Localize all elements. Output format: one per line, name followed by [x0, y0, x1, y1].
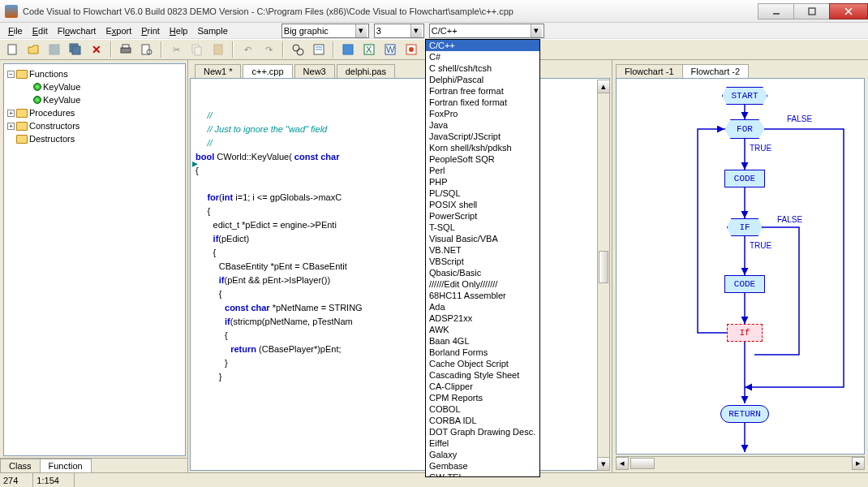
- fc-return-node[interactable]: RETURN: [720, 405, 769, 423]
- language-option[interactable]: POSIX shell: [426, 199, 539, 210]
- language-option[interactable]: Perl: [426, 165, 539, 176]
- language-option[interactable]: Eiffel: [426, 437, 539, 449]
- tree-node-keyvalue-1[interactable]: KeyValue: [7, 80, 182, 93]
- language-option[interactable]: CA-Clipper: [426, 381, 539, 392]
- file-tab-cpp[interactable]: c++.cpp: [243, 64, 292, 78]
- language-select[interactable]: C/C++▾: [429, 24, 544, 38]
- fc-for-node[interactable]: FOR: [724, 119, 765, 139]
- fc-code-node[interactable]: CODE: [724, 275, 765, 293]
- language-option[interactable]: Fortran free format: [426, 85, 539, 97]
- collapse-icon[interactable]: −: [7, 71, 15, 78]
- redo-button[interactable]: ↷: [260, 41, 277, 58]
- language-option[interactable]: C/C++: [426, 40, 539, 51]
- preview-button[interactable]: [138, 41, 156, 58]
- language-option[interactable]: GW-TEL: [426, 472, 539, 477]
- menu-export[interactable]: Export: [101, 24, 136, 37]
- tree-node-functions[interactable]: − Functions: [7, 67, 182, 80]
- language-option[interactable]: CORBA IDL: [426, 415, 539, 426]
- code-editor[interactable]: ▸ // // Just to ignore the "wad" field /…: [190, 78, 610, 471]
- fc-end-node[interactable]: END: [724, 454, 772, 455]
- language-option[interactable]: Baan 4GL: [426, 335, 539, 347]
- cut-button[interactable]: ✂: [167, 41, 185, 58]
- menu-file[interactable]: File: [3, 24, 28, 37]
- tree-node-constructors[interactable]: + Constructors: [7, 119, 182, 132]
- export-xls-button[interactable]: X: [360, 41, 378, 58]
- language-option[interactable]: Fortran fixed format: [426, 97, 539, 108]
- minimize-button[interactable]: [758, 3, 794, 19]
- language-option[interactable]: T-SQL: [426, 222, 539, 233]
- menu-sample[interactable]: Sample: [193, 24, 233, 37]
- copy-button[interactable]: [188, 41, 206, 58]
- save-button[interactable]: [45, 41, 63, 58]
- find-button[interactable]: [289, 41, 307, 58]
- fc-if-node[interactable]: IF: [727, 218, 763, 236]
- level-select[interactable]: 3▾: [374, 24, 424, 38]
- tree-node-keyvalue-2[interactable]: KeyValue: [7, 93, 182, 106]
- maximize-button[interactable]: [793, 3, 830, 19]
- language-option[interactable]: //////Edit Only///////: [426, 278, 539, 290]
- language-option[interactable]: Cascading Style Sheet: [426, 369, 539, 381]
- tab-class[interactable]: Class: [0, 459, 41, 472]
- language-option[interactable]: Visual Basic/VBA: [426, 233, 539, 244]
- tree-node-procedures[interactable]: + Procedures: [7, 106, 182, 119]
- language-option[interactable]: VBScript: [426, 256, 539, 267]
- function-tree[interactable]: − Functions KeyValue KeyValue + Procedur…: [3, 63, 186, 456]
- language-option[interactable]: Qbasic/Basic: [426, 267, 539, 278]
- language-option[interactable]: Java: [426, 119, 539, 131]
- tab-flowchart-1[interactable]: Flowchart -1: [616, 64, 683, 78]
- language-option[interactable]: DOT Graph Drawing Desc.: [426, 426, 539, 437]
- language-option[interactable]: COBOL: [426, 403, 539, 415]
- language-option[interactable]: FoxPro: [426, 108, 539, 119]
- file-tab-new1[interactable]: New1 *: [195, 64, 241, 78]
- export-doc-button[interactable]: W: [381, 41, 399, 58]
- tab-flowchart-2[interactable]: Flowchart -2: [682, 64, 750, 78]
- language-option[interactable]: Delphi/Pascal: [426, 74, 539, 85]
- paste-button[interactable]: [209, 41, 227, 58]
- language-option[interactable]: 68HC11 Assembler: [426, 290, 539, 301]
- menu-flowchart[interactable]: Flowchart: [53, 24, 101, 37]
- new-button[interactable]: [3, 41, 21, 58]
- language-dropdown-list[interactable]: C/C++C#C shell/csh/tcshDelphi/PascalFort…: [425, 39, 540, 477]
- export-svg-button[interactable]: [402, 41, 420, 58]
- language-option[interactable]: PHP: [426, 176, 539, 187]
- tab-function[interactable]: Function: [40, 459, 92, 472]
- menu-help[interactable]: Help: [165, 24, 193, 37]
- tree-node-destructors[interactable]: Destructors: [7, 132, 182, 145]
- scroll-left-icon[interactable]: ◂: [616, 457, 629, 470]
- fc-if-collapsed-node[interactable]: If: [727, 324, 763, 342]
- scroll-down-icon[interactable]: ▾: [598, 457, 609, 470]
- fc-code-node[interactable]: CODE: [724, 170, 765, 187]
- language-option[interactable]: Cache Object Script: [426, 358, 539, 369]
- fc-start-node[interactable]: START: [722, 87, 767, 105]
- language-option[interactable]: JavaScript/JScript: [426, 131, 539, 142]
- menu-edit[interactable]: Edit: [28, 24, 53, 37]
- language-option[interactable]: Gembase: [426, 460, 539, 472]
- scroll-up-icon[interactable]: ▴: [598, 80, 609, 93]
- language-option[interactable]: Borland Forms: [426, 347, 539, 358]
- language-option[interactable]: VB.NET: [426, 244, 539, 256]
- export-bmp-button[interactable]: [339, 41, 357, 58]
- save-all-button[interactable]: [67, 41, 84, 58]
- print-button[interactable]: [117, 41, 135, 58]
- language-option[interactable]: ADSP21xx: [426, 312, 539, 324]
- language-option[interactable]: PL/SQL: [426, 187, 539, 199]
- delete-button[interactable]: ✕: [88, 41, 105, 58]
- undo-button[interactable]: ↶: [238, 41, 256, 58]
- language-option[interactable]: PeopleSoft SQR: [426, 153, 539, 165]
- language-option[interactable]: Korn shell/ksh/pdksh: [426, 142, 539, 153]
- bookmark-button[interactable]: [310, 41, 328, 58]
- expand-icon[interactable]: +: [7, 110, 15, 117]
- language-option[interactable]: C shell/csh/tcsh: [426, 62, 539, 74]
- graphic-size-select[interactable]: Big graphic▾: [281, 24, 369, 38]
- expand-icon[interactable]: +: [7, 123, 15, 130]
- scroll-right-icon[interactable]: ▸: [852, 457, 865, 470]
- language-option[interactable]: CPM Reports: [426, 392, 539, 403]
- language-option[interactable]: Galaxy: [426, 449, 539, 460]
- language-option[interactable]: C#: [426, 51, 539, 62]
- file-tab-new3[interactable]: New3: [294, 64, 335, 78]
- file-tab-delphi[interactable]: delphi.pas: [337, 64, 395, 78]
- scroll-thumb[interactable]: [599, 251, 608, 283]
- open-button[interactable]: [24, 41, 42, 58]
- flowchart-horizontal-scrollbar[interactable]: ◂ ▸: [616, 456, 865, 469]
- menu-print[interactable]: Print: [136, 24, 165, 37]
